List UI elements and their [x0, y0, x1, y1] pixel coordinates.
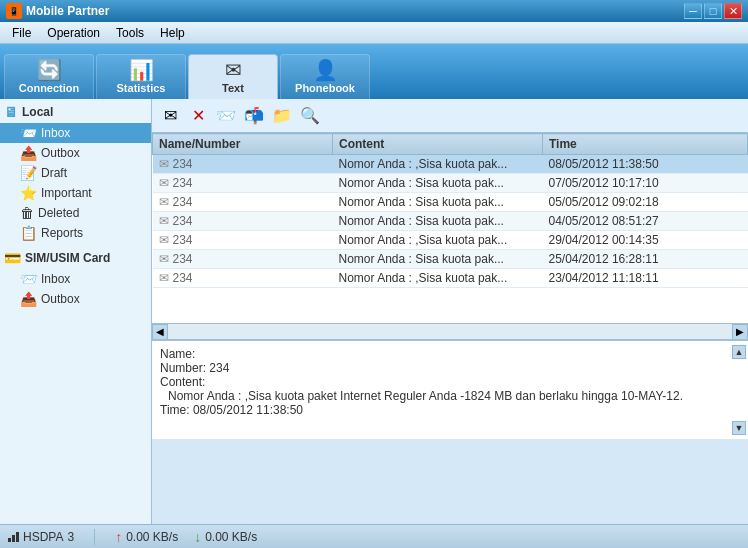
- scroll-track[interactable]: [168, 324, 732, 340]
- text-icon: ✉: [225, 60, 242, 80]
- tab-connection[interactable]: 🔄 Connection: [4, 54, 94, 99]
- connection-label: Connection: [19, 82, 80, 94]
- menu-tools[interactable]: Tools: [108, 24, 152, 42]
- content-area: ✉ ✕ 📨 📬 📁 🔍 Name/Number Content Time ✉23…: [152, 99, 748, 524]
- upload-icon: ↑: [115, 529, 122, 545]
- scroll-right-button[interactable]: ▶: [732, 324, 748, 340]
- upload-speed: 0.00 KB/s: [126, 530, 178, 544]
- sim-outbox-icon: 📤: [20, 291, 37, 307]
- menu-file[interactable]: File: [4, 24, 39, 42]
- cell-time: 05/05/2012 09:02:18: [543, 193, 748, 212]
- message-toolbar: ✉ ✕ 📨 📬 📁 🔍: [152, 99, 748, 133]
- local-header[interactable]: 🖥 Local: [0, 101, 151, 123]
- title-controls: ─ □ ✕: [684, 3, 742, 19]
- sidebar-item-inbox[interactable]: 📨 Inbox: [0, 123, 151, 143]
- menu-operation[interactable]: Operation: [39, 24, 108, 42]
- preview-time: Time: 08/05/2012 11:38:50: [160, 403, 740, 417]
- message-list[interactable]: Name/Number Content Time ✉234Nomor Anda …: [152, 133, 748, 323]
- menu-help[interactable]: Help: [152, 24, 193, 42]
- forward-button[interactable]: 📬: [242, 104, 266, 128]
- scroll-left-button[interactable]: ◀: [152, 324, 168, 340]
- move-button[interactable]: 📁: [270, 104, 294, 128]
- cell-content: Nomor Anda : Sisa kuota pak...: [333, 193, 543, 212]
- toolbar: 🔄 Connection 📊 Statistics ✉ Text 👤 Phone…: [0, 44, 748, 99]
- table-row[interactable]: ✉234Nomor Anda : ,Sisa kuota pak...23/04…: [153, 269, 748, 288]
- cell-time: 07/05/2012 10:17:10: [543, 174, 748, 193]
- table-row[interactable]: ✉234Nomor Anda : Sisa kuota pak...05/05/…: [153, 193, 748, 212]
- delete-button[interactable]: ✕: [186, 104, 210, 128]
- menu-bar: File Operation Tools Help: [0, 22, 748, 44]
- signal-bars: [8, 532, 19, 542]
- preview-content-body: Nomor Anda : ,Sisa kuota paket Internet …: [168, 389, 740, 403]
- cell-content: Nomor Anda : Sisa kuota pak...: [333, 212, 543, 231]
- preview-name: Name:: [160, 347, 740, 361]
- sidebar-item-sim-inbox[interactable]: 📨 Inbox: [0, 269, 151, 289]
- cell-time: 08/05/2012 11:38:50: [543, 155, 748, 174]
- cell-content: Nomor Anda : ,Sisa kuota pak...: [333, 269, 543, 288]
- signal-type: HSDPA: [23, 530, 63, 544]
- reports-icon: 📋: [20, 225, 37, 241]
- signal-level: 3: [67, 530, 74, 544]
- upload-status: ↑ 0.00 KB/s: [115, 529, 178, 545]
- table-row[interactable]: ✉234Nomor Anda : Sisa kuota pak...25/04/…: [153, 250, 748, 269]
- preview-scroll-up[interactable]: ▲: [732, 345, 746, 359]
- search-button[interactable]: 🔍: [298, 104, 322, 128]
- status-bar: HSDPA 3 ↑ 0.00 KB/s ↓ 0.00 KB/s: [0, 524, 748, 548]
- cell-number: ✉234: [153, 212, 333, 231]
- cell-time: 23/04/2012 11:18:11: [543, 269, 748, 288]
- tab-text[interactable]: ✉ Text: [188, 54, 278, 99]
- new-message-button[interactable]: ✉: [158, 104, 182, 128]
- tab-statistics[interactable]: 📊 Statistics: [96, 54, 186, 99]
- sidebar-item-deleted[interactable]: 🗑 Deleted: [0, 203, 151, 223]
- app-title: Mobile Partner: [26, 4, 109, 18]
- connection-icon: 🔄: [37, 60, 62, 80]
- cell-content: Nomor Anda : Sisa kuota pak...: [333, 250, 543, 269]
- preview-scroll-down[interactable]: ▼: [732, 421, 746, 435]
- sim-inbox-icon: 📨: [20, 271, 37, 287]
- cell-number: ✉234: [153, 155, 333, 174]
- folder-icon: 🖥: [4, 104, 18, 120]
- sidebar-item-draft[interactable]: 📝 Draft: [0, 163, 151, 183]
- cell-number: ✉234: [153, 193, 333, 212]
- reply-button[interactable]: 📨: [214, 104, 238, 128]
- maximize-button[interactable]: □: [704, 3, 722, 19]
- phonebook-label: Phonebook: [295, 82, 355, 94]
- sidebar: 🖥 Local 📨 Inbox 📤 Outbox 📝 Draft ⭐ Impor…: [0, 99, 152, 524]
- sidebar-item-important[interactable]: ⭐ Important: [0, 183, 151, 203]
- important-label: Important: [41, 186, 92, 200]
- status-separator-1: [94, 529, 95, 545]
- table-row[interactable]: ✉234Nomor Anda : ,Sisa kuota pak...08/05…: [153, 155, 748, 174]
- app-icon: 📱: [6, 3, 22, 19]
- cell-number: ✉234: [153, 250, 333, 269]
- preview-content-label: Content:: [160, 375, 740, 389]
- sidebar-item-outbox[interactable]: 📤 Outbox: [0, 143, 151, 163]
- main-area: 🖥 Local 📨 Inbox 📤 Outbox 📝 Draft ⭐ Impor…: [0, 99, 748, 524]
- table-row[interactable]: ✉234Nomor Anda : Sisa kuota pak...04/05/…: [153, 212, 748, 231]
- close-button[interactable]: ✕: [724, 3, 742, 19]
- tab-phonebook[interactable]: 👤 Phonebook: [280, 54, 370, 99]
- cell-number: ✉234: [153, 174, 333, 193]
- sim-header[interactable]: 💳 SIM/USIM Card: [0, 247, 151, 269]
- download-status: ↓ 0.00 KB/s: [194, 529, 257, 545]
- cell-time: 29/04/2012 00:14:35: [543, 231, 748, 250]
- table-row[interactable]: ✉234Nomor Anda : ,Sisa kuota pak...29/04…: [153, 231, 748, 250]
- col-content: Content: [333, 134, 543, 155]
- preview-number: Number: 234: [160, 361, 740, 375]
- draft-icon: 📝: [20, 165, 37, 181]
- phonebook-icon: 👤: [313, 60, 338, 80]
- statistics-icon: 📊: [129, 60, 154, 80]
- reports-label: Reports: [41, 226, 83, 240]
- sim-label: SIM/USIM Card: [25, 251, 110, 265]
- deleted-icon: 🗑: [20, 205, 34, 221]
- table-row[interactable]: ✉234Nomor Anda : Sisa kuota pak...07/05/…: [153, 174, 748, 193]
- minimize-button[interactable]: ─: [684, 3, 702, 19]
- sidebar-item-reports[interactable]: 📋 Reports: [0, 223, 151, 243]
- horizontal-scrollbar[interactable]: ◀ ▶: [152, 323, 748, 339]
- sidebar-item-sim-outbox[interactable]: 📤 Outbox: [0, 289, 151, 309]
- statistics-label: Statistics: [117, 82, 166, 94]
- message-table: Name/Number Content Time ✉234Nomor Anda …: [152, 133, 748, 288]
- local-section: 🖥 Local 📨 Inbox 📤 Outbox 📝 Draft ⭐ Impor…: [0, 99, 151, 245]
- signal-status: HSDPA 3: [8, 530, 74, 544]
- text-label: Text: [222, 82, 244, 94]
- title-bar: 📱 Mobile Partner ─ □ ✕: [0, 0, 748, 22]
